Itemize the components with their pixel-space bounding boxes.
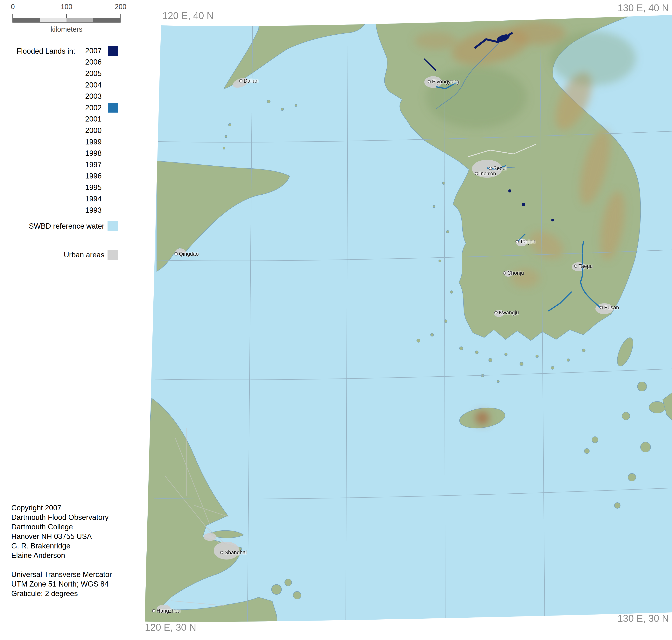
legend-year: 2007 [85, 47, 107, 55]
legend-year: 1995 [85, 183, 107, 192]
city-label: Chonju [507, 270, 524, 276]
credit-line: Copyright 2007 [11, 503, 109, 513]
scale-tick [66, 14, 67, 18]
legend-swbd-swatch [108, 221, 118, 231]
map-page: Dalian P'yongyang Seoul Inch'on Taejon T… [0, 0, 672, 640]
scale-tick-0-label: 0 [9, 3, 17, 11]
scale-tick [12, 14, 13, 18]
legend-row: 2007 [85, 45, 118, 57]
city-label: P'yongyang [432, 79, 459, 85]
city-label: Qingdao [179, 251, 199, 257]
legend-row: 2002 [85, 102, 118, 114]
city-marker [475, 172, 478, 175]
legend-row: 1998 [85, 148, 118, 159]
city-shanghai: Shanghai [220, 550, 247, 556]
corner-label-top-right: 130 E, 40 N [617, 2, 669, 14]
projection-line: Universal Transverse Mercator [11, 570, 112, 579]
legend-swatch-2007 [108, 46, 118, 56]
scale-tick-200-label: 200 [109, 3, 132, 11]
corner-label-bottom-right: 130 E, 30 N [617, 613, 669, 624]
city-label: Shanghai [225, 550, 247, 556]
city-marker [152, 609, 155, 613]
legend-year: 1998 [85, 149, 107, 158]
city-label: Kwangju [499, 310, 519, 316]
city-dalian: Dalian [239, 78, 259, 84]
city-marker [239, 79, 242, 83]
legend-flood-title: Flooded Lands in: [16, 47, 75, 55]
scale-bar-strip [12, 18, 120, 23]
credit-line: Dartmouth College [11, 522, 109, 532]
corner-label-top-left: 120 E, 40 N [162, 10, 214, 21]
credits-block: Copyright 2007 Dartmouth Flood Observato… [11, 503, 109, 560]
city-inchon: Inch'on [475, 171, 496, 177]
legend-row: 2006 [85, 57, 118, 68]
legend-row: 1995 [85, 182, 118, 193]
legend-year: 2004 [85, 81, 107, 89]
credit-line: Elaine Anderson [11, 551, 109, 560]
credit-line: G. R. Brakenridge [11, 541, 109, 551]
legend-year-list: 2007 2006 2005 2004 2003 2002 2001 2000 … [85, 45, 118, 216]
city-marker [494, 311, 498, 314]
legend-year: 1997 [85, 161, 107, 169]
projection-line: Graticule: 2 degrees [11, 589, 112, 598]
scale-unit-label: kilometers [12, 25, 120, 33]
legend-year: 2003 [85, 92, 107, 101]
city-label: Pusan [604, 305, 619, 311]
legend-row: 1997 [85, 159, 118, 171]
legend-year: 1994 [85, 195, 107, 203]
city-taegu: Taegu [574, 263, 593, 269]
legend-year: 1993 [85, 206, 107, 215]
legend-row: 1994 [85, 193, 118, 205]
legend-row: 2000 [85, 125, 118, 136]
legend-year: 2001 [85, 115, 107, 123]
legend-row: 2001 [85, 114, 118, 125]
legend-year: 2006 [85, 58, 107, 66]
legend-year: 1996 [85, 172, 107, 180]
city-chonju: Chonju [503, 270, 524, 276]
city-marker [503, 272, 506, 275]
city-marker [220, 551, 224, 554]
corner-label-bottom-left: 120 E, 30 N [145, 622, 196, 633]
legend-year: 1999 [85, 138, 107, 146]
city-label: Taejon [520, 239, 535, 245]
scale-tick-100-label: 100 [55, 3, 78, 11]
scale-tick [120, 14, 120, 18]
city-pyongyang: P'yongyang [428, 79, 459, 85]
city-qingdao: Qingdao [174, 251, 199, 257]
legend-year: 2000 [85, 126, 107, 135]
city-marker [600, 306, 603, 309]
city-marker [489, 167, 492, 170]
city-label: Dalian [244, 78, 259, 84]
city-kwangju: Kwangju [494, 310, 519, 316]
city-marker [574, 265, 577, 268]
legend-row: 1996 [85, 171, 118, 182]
city-label: Hangzhou [157, 608, 181, 614]
legend-row: 1993 [85, 204, 118, 216]
legend-row: 2003 [85, 91, 118, 102]
legend-urban-swatch [108, 250, 118, 260]
legend-row: 2005 [85, 68, 118, 79]
credit-line: Hanover NH 03755 USA [11, 532, 109, 541]
credit-line: Dartmouth Flood Observatory [11, 513, 109, 522]
city-taejon: Taejon [515, 239, 535, 245]
city-label: Taegu [578, 263, 593, 269]
city-label: Inch'on [479, 171, 496, 177]
legend-row: 2004 [85, 79, 118, 91]
projection-line: UTM Zone 51 North; WGS 84 [11, 579, 112, 589]
legend-row: 1999 [85, 136, 118, 148]
legend-year: 2002 [85, 104, 107, 112]
city-marker [428, 80, 431, 83]
legend-year: 2005 [85, 69, 107, 78]
legend-urban-row: Urban areas [16, 250, 118, 260]
legend-swbd-row: SWBD reference water [16, 221, 118, 231]
city-hangzhou: Hangzhou [152, 608, 181, 614]
legend-swbd-label: SWBD reference water [16, 222, 104, 230]
legend-swatch-2002 [108, 103, 118, 113]
legend-urban-label: Urban areas [16, 251, 104, 259]
city-marker [515, 240, 519, 243]
city-marker [174, 252, 178, 256]
projection-block: Universal Transverse Mercator UTM Zone 5… [11, 570, 112, 598]
city-pusan: Pusan [600, 305, 619, 311]
